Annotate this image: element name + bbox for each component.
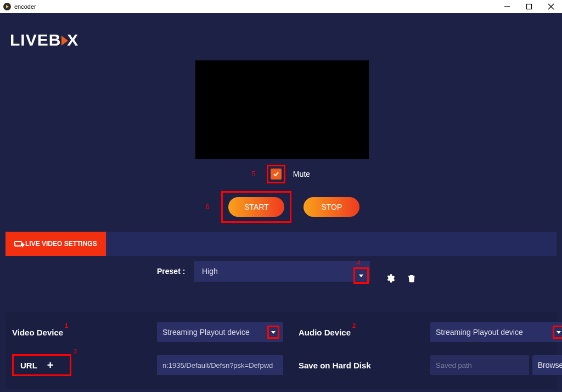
annotation-4: 4 [357,259,361,267]
minimize-button[interactable] [496,0,518,13]
mute-row: 5 Mute [0,165,562,183]
video-preview [195,60,369,159]
device-row-2: 3 URL + n:1935/Default/Defsn?psk=Defpwd … [12,354,550,376]
video-camera-icon [14,241,22,247]
gear-icon[interactable] [385,273,395,285]
url-input[interactable]: n:1935/Default/Defsn?psk=Defpwd [157,355,283,375]
trash-icon[interactable] [407,273,416,285]
svg-rect-1 [527,4,532,9]
browse-button[interactable]: Browse [532,355,562,375]
annotation-box-video-dd [267,326,279,339]
logo-text-1: LIVEB [10,31,61,49]
save-on-disk-label: Save on Hard Disk [285,361,428,370]
app-body: LIVEB X 5 Mute 6 START STOP LIVE VIDEO S… [0,13,562,392]
start-button[interactable]: START [228,197,284,217]
close-button[interactable] [540,0,562,13]
live-video-settings-button[interactable]: LIVE VIDEO SETTINGS [5,232,106,256]
video-device-label: Video Device 1 [12,328,155,337]
chevron-down-icon[interactable] [271,331,276,334]
url-input-value: n:1935/Default/Defsn?psk=Defpwd [162,361,273,369]
logo-chevron-icon [61,36,68,46]
stop-button[interactable]: STOP [304,197,359,217]
chevron-down-icon[interactable] [359,275,363,277]
device-row-1: Video Device 1 Streaming Playout device … [12,322,550,342]
app-icon [3,3,11,10]
url-button-wrap: 3 URL + [12,354,155,376]
plus-icon: + [47,359,54,372]
preset-value: High [202,267,218,276]
annotation-3: 3 [74,348,77,355]
mute-label: Mute [293,170,310,178]
annotation-5: 5 [252,170,256,178]
window-controls [496,0,562,13]
livebox-logo: LIVEB X [10,31,78,49]
maximize-button[interactable] [518,0,540,13]
live-video-settings-label: LIVE VIDEO SETTINGS [25,240,97,248]
window-titlebar: encoder [0,0,562,13]
annotation-box-5 [267,165,285,183]
annotation-box-6: START [221,191,291,223]
video-device-select[interactable]: Streaming Playout device [157,322,283,342]
save-path-input[interactable]: Saved path [430,355,529,375]
preset-label: Preset : [157,267,185,276]
audio-device-select[interactable]: Streaming Playout device [430,322,562,342]
url-label: URL [20,361,37,370]
audio-device-value: Streaming Playout device [436,328,523,337]
annotation-2: 2 [352,322,356,329]
logo-text-2: X [67,31,78,49]
preset-select[interactable]: High [194,261,370,282]
save-path-placeholder: Saved path [436,361,472,369]
window-title: encoder [14,3,36,10]
annotation-box-audio-dd [553,326,562,339]
annotation-1: 1 [65,322,68,329]
annotation-box-4 [353,267,369,284]
annotation-6: 6 [206,203,210,211]
mute-checkbox[interactable] [271,169,282,180]
live-video-settings-bar: LIVE VIDEO SETTINGS [5,232,557,256]
start-stop-row: 6 START STOP [0,191,562,223]
audio-device-label: Audio Device 2 [285,328,428,337]
chevron-down-icon[interactable] [557,331,561,334]
url-add-button[interactable]: URL + [12,354,71,376]
device-panel: Video Device 1 Streaming Playout device … [5,312,557,389]
video-device-value: Streaming Playout device [162,328,250,337]
